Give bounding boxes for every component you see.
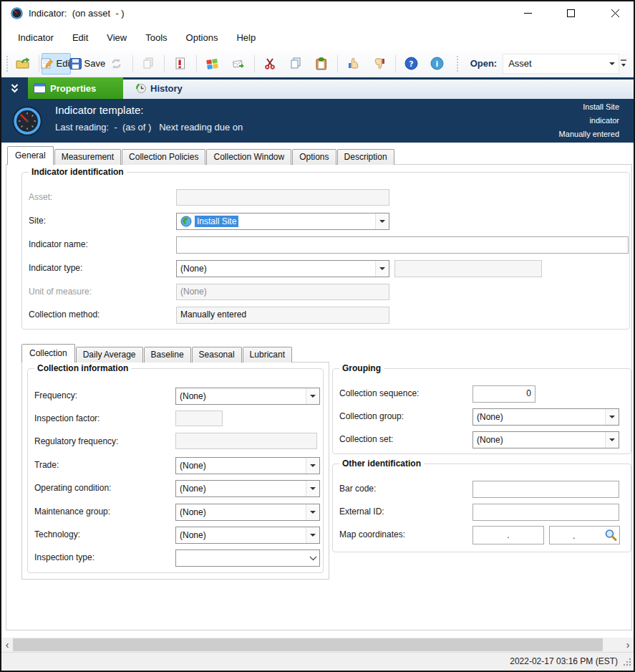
menu-options[interactable]: Options	[177, 28, 228, 47]
chevron-down-icon[interactable]	[605, 432, 619, 448]
chevron-down-icon[interactable]	[375, 261, 389, 277]
thumbs-up-button[interactable]	[341, 53, 367, 75]
toolbar-separator	[196, 55, 197, 72]
trade-select[interactable]: (None)	[175, 457, 320, 474]
chevron-down-icon[interactable]	[306, 527, 319, 543]
toolbar-separator	[39, 55, 39, 72]
tab-description[interactable]: Description	[337, 149, 394, 165]
tab-options[interactable]: Options	[292, 149, 336, 165]
map-search-icon[interactable]	[604, 529, 617, 542]
edit-button[interactable]: Edit	[42, 53, 71, 75]
copy-button[interactable]	[283, 53, 309, 75]
tab-history[interactable]: History	[127, 77, 190, 99]
frequency-label: Frequency:	[34, 390, 77, 400]
globe-icon	[180, 216, 192, 227]
operating-condition-label: Operating condition:	[34, 483, 111, 493]
header-kind: indicator	[559, 114, 619, 128]
collection-sequence-field[interactable]: 0	[472, 385, 535, 403]
duplicate-button[interactable]	[135, 53, 161, 75]
chevron-down-icon[interactable]	[306, 481, 319, 496]
cut-button[interactable]	[257, 53, 283, 75]
tab-measurement[interactable]: Measurement	[54, 149, 121, 165]
trade-label: Trade:	[34, 460, 59, 470]
chevron-down-icon[interactable]	[306, 458, 319, 474]
chevron-down-icon[interactable]	[306, 550, 319, 566]
paste-button[interactable]	[309, 53, 334, 75]
tab-daily-average[interactable]: Daily Average	[76, 347, 143, 363]
collection-group-select[interactable]: (None)	[472, 408, 619, 426]
menu-edit[interactable]: Edit	[63, 28, 97, 47]
info-button[interactable]: i	[425, 53, 450, 75]
windows-button[interactable]	[200, 53, 226, 75]
gauge-icon	[11, 7, 23, 19]
map-coordinate-x-field[interactable]: .	[472, 526, 544, 544]
tab-collection-window[interactable]: Collection Window	[206, 149, 291, 165]
maximize-button[interactable]	[554, 3, 587, 24]
tab-general[interactable]: General	[7, 146, 54, 165]
indicator-type-value: (None)	[177, 264, 375, 274]
indicator-name-field[interactable]	[176, 236, 629, 254]
indicator-type-select[interactable]: (None)	[176, 260, 389, 277]
inspection-type-select[interactable]	[175, 549, 320, 567]
bar-code-label: Bar code:	[339, 484, 376, 494]
asset-label: Asset:	[29, 192, 52, 202]
group-title: Indicator identification	[29, 167, 127, 177]
site-select-value: Install Site	[195, 216, 238, 227]
report-button[interactable]	[168, 53, 193, 75]
header-site: Install Site	[559, 100, 619, 114]
open-form-icon	[16, 57, 29, 69]
bar-code-field[interactable]	[472, 481, 619, 498]
refresh-icon	[110, 58, 122, 69]
map-coordinates-label: Map coordinates:	[339, 529, 405, 539]
tab-collection[interactable]: Collection	[21, 344, 75, 363]
thumbs-down-button[interactable]	[367, 53, 392, 75]
save-icon	[69, 58, 82, 69]
resize-grip[interactable]	[623, 656, 631, 669]
menu-help[interactable]: Help	[227, 28, 265, 47]
menu-bar: Indicator Edit View Tools Options Help	[1, 25, 634, 50]
horizontal-scrollbar[interactable]: ‹ ›	[1, 638, 634, 652]
refresh-button[interactable]	[104, 53, 130, 75]
toolbar-overflow-button[interactable]	[619, 58, 628, 69]
collection-set-select[interactable]: (None)	[472, 431, 619, 448]
help-button[interactable]: ?	[399, 53, 425, 75]
chevron-down-icon[interactable]	[375, 213, 389, 229]
frequency-select[interactable]: (None)	[175, 388, 320, 405]
chevron-down-icon[interactable]	[605, 409, 619, 425]
copy-icon	[290, 57, 301, 69]
menu-view[interactable]: View	[97, 28, 136, 47]
chevron-down-icon[interactable]	[306, 388, 319, 404]
title-bar[interactable]: Indicator: (on asset - )	[1, 1, 634, 25]
minimize-button[interactable]	[511, 3, 544, 24]
tab-lubricant[interactable]: Lubricant	[243, 347, 292, 363]
menu-tools[interactable]: Tools	[136, 28, 176, 47]
svg-text:i: i	[436, 59, 439, 69]
chevron-down-icon[interactable]	[606, 62, 619, 65]
report-icon	[175, 57, 185, 69]
open-form-button[interactable]	[10, 53, 36, 75]
scroll-left-arrow[interactable]: ‹	[1, 638, 13, 652]
tab-collection-policies[interactable]: Collection Policies	[122, 149, 205, 165]
technology-select[interactable]: (None)	[175, 527, 320, 544]
external-id-field[interactable]	[472, 504, 619, 521]
send-button[interactable]	[226, 53, 251, 75]
tab-baseline[interactable]: Baseline	[144, 347, 191, 363]
open-select[interactable]: Asset	[503, 54, 619, 74]
save-button[interactable]: Save	[71, 53, 103, 75]
collapse-chevron-button[interactable]	[1, 77, 28, 99]
map-coordinate-y-field[interactable]: .	[549, 526, 620, 544]
tab-properties[interactable]: Properties	[28, 77, 123, 99]
inspection-factor-field	[175, 411, 223, 426]
menu-indicator[interactable]: Indicator	[9, 28, 63, 47]
collection-group-label: Collection group:	[339, 411, 404, 421]
tab-seasonal[interactable]: Seasonal	[192, 347, 242, 363]
close-button[interactable]	[598, 3, 631, 24]
scrollbar-thumb[interactable]	[13, 638, 603, 651]
inspection-type-label: Inspection type:	[34, 552, 94, 562]
operating-condition-select[interactable]: (None)	[175, 480, 320, 497]
maintenance-group-select[interactable]: (None)	[175, 504, 320, 521]
toolbar-separator	[164, 55, 165, 72]
scroll-right-arrow[interactable]: ›	[622, 638, 634, 652]
chevron-down-icon[interactable]	[306, 504, 319, 520]
site-select[interactable]: Install Site	[176, 213, 389, 230]
